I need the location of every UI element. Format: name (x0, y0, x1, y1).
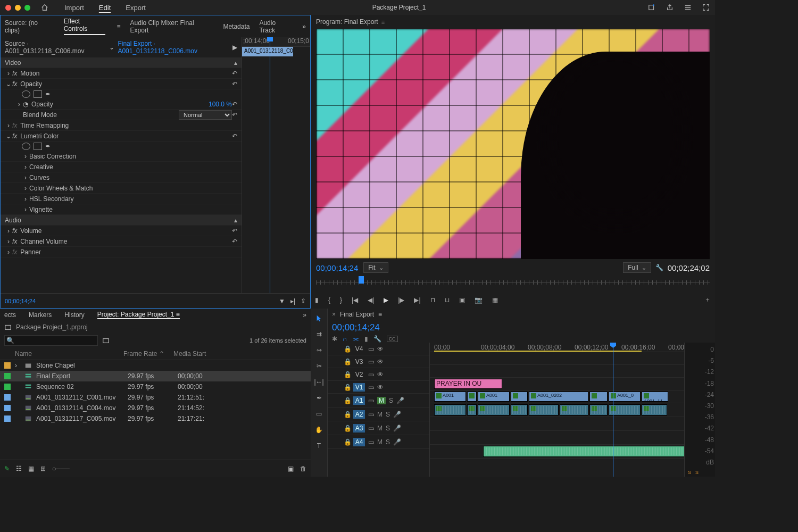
panel-menu-icon[interactable]: ≡ (117, 23, 121, 30)
zoom-slider[interactable]: ○─── (52, 465, 70, 472)
ripple-edit-tool[interactable]: ⇿ (314, 345, 325, 355)
program-scrubber[interactable] (316, 276, 710, 291)
step-back-icon[interactable]: ◀| (368, 296, 374, 304)
project-search-input[interactable] (4, 335, 98, 346)
lock-icon[interactable]: 🔒 (344, 358, 350, 365)
opacity-value[interactable]: 100.0 % (209, 101, 232, 108)
voice-icon[interactable]: 🎤 (393, 411, 401, 418)
close-window-button[interactable] (5, 5, 11, 11)
video-clip[interactable]: A001 (478, 392, 510, 402)
goto-out-icon[interactable]: ▶| (414, 296, 420, 304)
reset-icon[interactable]: ↶ (232, 238, 237, 245)
collapse-icon[interactable]: ▴ (234, 217, 237, 224)
track-header-a2[interactable]: 🔒 A2 ▭ MS🎤 (328, 408, 429, 421)
step-icon[interactable]: ▸| (290, 297, 295, 305)
project-row[interactable]: Final Export 29.97 fps 00;00;00 (0, 371, 311, 381)
effect-playhead[interactable] (270, 37, 270, 293)
new-bin-icon[interactable] (102, 337, 110, 344)
source-patch[interactable]: ▭ (368, 425, 374, 432)
razor-tool[interactable]: ✂ (314, 361, 325, 371)
col-framerate[interactable]: Frame Rate ⌃ (123, 350, 171, 358)
cc-icon[interactable]: CC (387, 336, 398, 342)
eye-icon[interactable]: 👁 (377, 345, 384, 353)
mute-button[interactable]: M (377, 438, 383, 446)
play-icon[interactable]: ▶ (232, 44, 237, 51)
reset-icon[interactable]: ↶ (232, 111, 237, 119)
button-editor-icon[interactable]: ＋ (704, 295, 711, 304)
audio-clip[interactable] (589, 404, 608, 415)
opacity-param[interactable]: ›◔Opacity100.0 %↶ (1, 99, 242, 110)
workspace-edit[interactable]: Edit (99, 4, 111, 12)
track-target[interactable]: V2 (353, 370, 365, 379)
audio-clip[interactable] (467, 404, 477, 415)
history-tab[interactable]: History (64, 311, 84, 319)
source-patch[interactable]: ▭ (368, 345, 374, 353)
lumetri-section[interactable]: ›Basic Correction (1, 151, 242, 162)
expand-chev[interactable]: › (15, 362, 22, 369)
lock-icon[interactable]: 🔒 (344, 384, 350, 391)
lock-icon[interactable]: 🔒 (344, 411, 350, 418)
track-header-a4[interactable]: 🔒 A4 ▭ MS🎤 (328, 435, 429, 449)
selection-tool[interactable] (314, 313, 325, 323)
icon-view-icon[interactable]: ▦ (28, 465, 34, 472)
solo-button[interactable]: S (386, 425, 390, 432)
rectangle-tool[interactable]: ▭ (314, 409, 325, 419)
track-target[interactable]: A3 (353, 424, 365, 433)
blend-mode-select[interactable]: Normal (179, 110, 232, 120)
lock-icon[interactable]: 🔒 (344, 438, 350, 446)
motion-effect[interactable]: ›fxMotion↶ (1, 68, 242, 79)
audio-track-tab[interactable]: Audio Track (259, 19, 293, 34)
ellipse-mask-button[interactable] (22, 90, 30, 98)
lock-icon[interactable]: 🔒 (344, 371, 350, 378)
track-target[interactable]: A1 (353, 396, 365, 405)
reset-icon[interactable]: ↶ (232, 80, 237, 88)
markers-tab[interactable]: Markers (29, 311, 52, 319)
wrench-icon[interactable]: 🔧 (655, 264, 663, 271)
marker-icon[interactable]: ▮ (364, 335, 368, 343)
camera-icon[interactable]: 📷 (475, 296, 483, 304)
linked-selection-icon[interactable]: ⫘ (353, 335, 359, 343)
track-v4[interactable] (430, 352, 684, 365)
track-v3[interactable] (430, 365, 684, 378)
effect-timecode[interactable]: 00;00;14;24 (5, 298, 36, 304)
mute-button[interactable]: M (377, 397, 386, 404)
export-frame-icon[interactable]: ▣ (459, 296, 465, 304)
mute-button[interactable]: M (377, 411, 383, 418)
chevron-down-icon[interactable]: ⌄ (109, 44, 114, 51)
video-clip[interactable] (467, 392, 477, 402)
solo-button[interactable]: S (386, 411, 390, 418)
pen-mask-icon[interactable]: ✒ (45, 143, 51, 150)
lumetri-section[interactable]: ›HSL Secondary (1, 194, 242, 204)
sequence-tab[interactable]: Final Export (340, 311, 374, 318)
video-section-header[interactable]: Video▴ (1, 57, 242, 68)
audio-clip[interactable] (483, 446, 684, 457)
track-a1[interactable] (430, 403, 684, 417)
track-target[interactable]: A2 (353, 410, 365, 419)
effect-controls-tab[interactable]: Effect Controls (64, 18, 105, 35)
clip-prayer[interactable]: PRAYER IN OU (434, 379, 502, 389)
track-header-a1[interactable]: 🔒 A1 ▭ MS🎤 (328, 394, 429, 408)
track-header-v3[interactable]: 🔒 V3 ▭ 👁 (328, 355, 429, 368)
rect-mask-button[interactable] (34, 143, 42, 150)
voice-icon[interactable]: 🎤 (393, 438, 401, 446)
video-clip[interactable] (589, 392, 608, 402)
comparison-icon[interactable]: ▦ (492, 296, 498, 304)
panel-menu-icon[interactable]: ≡ (378, 311, 382, 318)
program-monitor-tab[interactable]: Program: Final Export ≡ (311, 15, 715, 29)
source-patch[interactable]: ▭ (368, 358, 374, 365)
project-row[interactable]: A001_01312112_C001.mov 29.97 fps 21:12:5… (0, 392, 311, 403)
mute-button[interactable]: M (377, 425, 383, 432)
zoom-fit-select[interactable]: Fit ⌄ (363, 262, 388, 273)
scrub-playhead[interactable] (359, 276, 364, 284)
workspace-export[interactable]: Export (126, 4, 146, 12)
workspaces-icon[interactable] (684, 4, 692, 11)
pencil-icon[interactable]: ✎ (4, 465, 10, 472)
project-row[interactable]: A001_01312117_C005.mov 29.97 fps 21:17:2… (0, 413, 311, 424)
out-point-icon[interactable]: } (340, 296, 342, 304)
track-v1[interactable]: A001A001A001_0202A001_0A001_11Fultz Inte… (430, 390, 684, 403)
source-patch[interactable]: ▭ (368, 438, 374, 446)
audio-clip[interactable] (642, 404, 667, 415)
rect-mask-button[interactable] (34, 90, 42, 98)
meter-solo-l[interactable]: S (688, 470, 691, 475)
eye-icon[interactable]: 👁 (377, 371, 384, 378)
